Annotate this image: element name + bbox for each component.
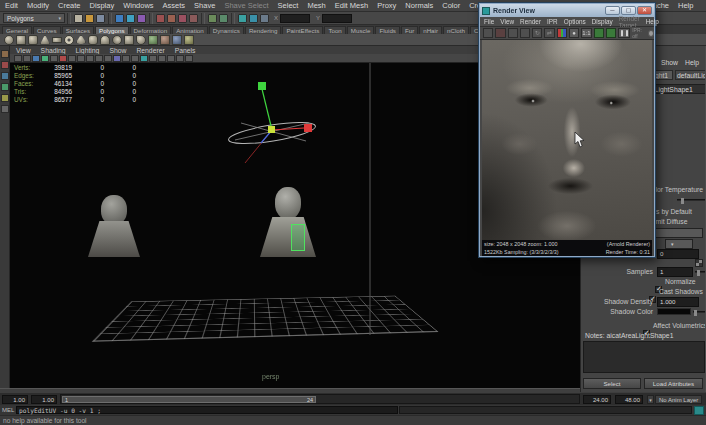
shadows-toggle-icon[interactable] [149, 55, 157, 62]
select-by-hierarchy-icon[interactable] [115, 14, 124, 23]
poly-pipe-icon[interactable] [88, 35, 98, 45]
screenspace-ao-icon[interactable] [158, 55, 166, 62]
poly-cube-icon[interactable] [16, 35, 26, 45]
poly-soccerball-icon[interactable] [112, 35, 122, 45]
range-start-field[interactable]: 1.00 [2, 395, 28, 404]
menu-shave-select[interactable]: Shave Select [224, 1, 268, 10]
poly-cylinder-icon[interactable] [28, 35, 38, 45]
select-button[interactable]: Select [583, 378, 641, 389]
xray-icon[interactable] [185, 55, 193, 62]
menu-edit-mesh[interactable]: Edit Mesh [335, 1, 368, 10]
isolate-select-icon[interactable] [176, 55, 184, 62]
lasso-tool-icon[interactable] [1, 61, 9, 69]
film-gate-icon[interactable] [59, 55, 67, 62]
menu-display[interactable]: Display [90, 1, 115, 10]
move-manipulator-y-axis[interactable] [262, 89, 272, 130]
shelf-tab-muscle[interactable]: Muscle [347, 26, 375, 34]
panel-menu-panels[interactable]: Panels [175, 47, 196, 54]
command-input[interactable]: polyEditUV -u 0 -v 1 ; [16, 406, 398, 414]
shelf-tab-animation[interactable]: Animation [172, 26, 208, 34]
select-by-component-icon[interactable] [137, 14, 146, 23]
move-manipulator-center[interactable] [268, 126, 275, 133]
render-view-window[interactable]: Render View ─ ▢ ✕ File View Render IPR O… [479, 3, 655, 257]
poly-sphere-icon[interactable] [4, 35, 14, 45]
panel-menu-view[interactable]: View [16, 47, 31, 54]
render-settings-icon[interactable] [260, 14, 269, 23]
anim-end-field[interactable]: 48.00 [615, 395, 643, 404]
shelf-tab-surfaces[interactable]: Surfaces [62, 26, 94, 34]
history-input-icon[interactable] [208, 14, 217, 23]
bookmark-icon[interactable] [32, 55, 40, 62]
poly-platonic-icon[interactable] [136, 35, 146, 45]
render-icon[interactable] [238, 14, 247, 23]
sculpt-tool-icon[interactable] [148, 35, 158, 45]
notes-textarea[interactable] [583, 341, 705, 373]
snap-to-grid-icon[interactable] [156, 14, 165, 23]
load-attributes-button[interactable]: Load Attributes [644, 378, 703, 389]
menu-color[interactable]: Color [442, 1, 460, 10]
display-alpha-channel-icon[interactable]: ● [569, 28, 579, 38]
one-to-one-zoom-button[interactable]: 1:1 [581, 28, 591, 38]
save-scene-icon[interactable] [96, 14, 105, 23]
menu-assets[interactable]: Assets [163, 1, 186, 10]
rendered-image[interactable] [482, 40, 652, 240]
poly-torus-icon[interactable] [64, 35, 74, 45]
intensity-field[interactable]: 0 [657, 249, 699, 259]
anim-start-field[interactable]: 1.00 [31, 395, 57, 404]
shelf-tab-dynamics[interactable]: Dynamics [209, 26, 244, 34]
ae-tab-defaultlightset[interactable]: defaultLightS [675, 70, 706, 80]
menu-shave[interactable]: Shave [194, 1, 215, 10]
lighting-mode-icon[interactable] [140, 55, 148, 62]
shadow-color-swatch[interactable] [657, 308, 691, 315]
samples-slider[interactable] [695, 271, 705, 273]
render-current-frame-icon[interactable] [483, 28, 493, 38]
wireframe-mode-icon[interactable] [113, 55, 121, 62]
poly-helix-icon[interactable] [100, 35, 110, 45]
rv-menu-help[interactable]: Help [646, 18, 659, 25]
ipr-render-icon[interactable] [508, 28, 518, 38]
combine-icon[interactable] [160, 35, 170, 45]
shelf-tab-polygons[interactable]: Polygons [95, 26, 128, 34]
snapshot-icon[interactable] [520, 28, 530, 38]
field-chart-icon[interactable] [86, 55, 94, 62]
rv-menu-ipr[interactable]: IPR [547, 18, 558, 25]
camera-lock-icon[interactable] [14, 55, 22, 62]
pause-ipr-button[interactable]: ❚❚ [618, 28, 630, 38]
coord-x-input[interactable] [280, 14, 310, 23]
poly-prism-icon[interactable] [124, 35, 134, 45]
extrude-icon[interactable] [172, 35, 182, 45]
shelf-tab-painteffects[interactable]: PaintEffects [282, 26, 323, 34]
safe-title-icon[interactable] [104, 55, 112, 62]
redo-previous-render-icon[interactable] [495, 28, 505, 38]
poly-pyramid-icon[interactable] [76, 35, 86, 45]
color-temperature-slider[interactable] [677, 199, 705, 201]
rv-menu-display[interactable]: Display [592, 18, 613, 25]
menu-modify[interactable]: Modify [27, 1, 49, 10]
gate-mask-icon[interactable] [77, 55, 85, 62]
shaded-mode-icon[interactable] [122, 55, 130, 62]
camera-attrs-icon[interactable] [23, 55, 31, 62]
menu-create[interactable]: Create [58, 1, 81, 10]
refresh-render-icon[interactable]: ↻ [532, 28, 542, 38]
shelf-tab-nhair[interactable]: nHair [419, 26, 442, 34]
menu-mesh[interactable]: Mesh [307, 1, 325, 10]
move-manipulator-x-axis[interactable] [272, 128, 304, 130]
snap-to-plane-icon[interactable] [189, 14, 198, 23]
command-language-toggle[interactable]: MEL [0, 407, 16, 413]
rv-menu-options[interactable]: Options [564, 18, 586, 25]
panel-menu-renderer[interactable]: Renderer [136, 47, 164, 54]
playback-end-field[interactable]: 24.00 [583, 395, 611, 404]
poly-cone-icon[interactable] [40, 35, 50, 45]
ipr-render-icon[interactable] [249, 14, 258, 23]
open-scene-icon[interactable] [85, 14, 94, 23]
scale-tool-icon[interactable] [1, 94, 9, 102]
playback-range-bar[interactable]: 1 24 [62, 396, 316, 403]
last-tool-icon[interactable] [1, 105, 9, 113]
rotate-tool-icon[interactable] [1, 83, 9, 91]
menu-set-selector[interactable]: Polygons [3, 13, 65, 23]
shelf-tab-rendering[interactable]: Rendering [245, 26, 282, 34]
panel-menu-lighting[interactable]: Lighting [76, 47, 100, 54]
range-slider-track[interactable]: 1 24 [60, 394, 580, 404]
shadow-color-slider[interactable] [693, 311, 705, 313]
shelf-tab-ncloth[interactable]: nCloth [443, 26, 469, 34]
